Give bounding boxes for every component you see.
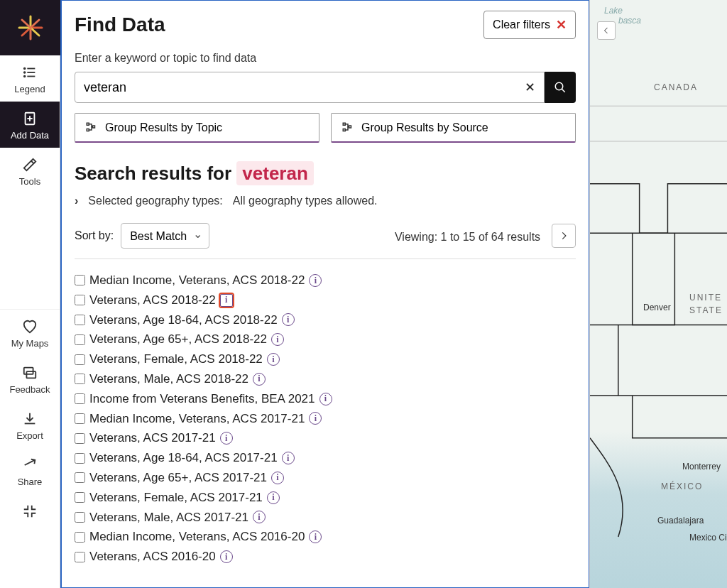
info-icon[interactable]: i: [309, 412, 322, 425]
search-intro: Enter a keyword or topic to find data: [75, 52, 576, 65]
svg-point-12: [24, 72, 26, 73]
geography-row[interactable]: › Selected geography types: All geograph…: [75, 195, 576, 207]
clear-search-icon[interactable]: ✕: [525, 80, 535, 95]
map-city-guadalajara: Guadalajara: [657, 516, 704, 526]
results-term: veteran: [236, 161, 314, 185]
info-icon[interactable]: i: [271, 472, 284, 484]
result-checkbox[interactable]: [75, 453, 85, 464]
result-label[interactable]: Veterans, ACS 2017-21: [89, 430, 216, 447]
sidebar-item-label: Export: [16, 430, 43, 441]
info-icon[interactable]: i: [220, 550, 233, 563]
result-checkbox[interactable]: [75, 433, 85, 444]
map-label-canada: CANADA: [654, 82, 698, 92]
search-icon: [554, 81, 567, 94]
group-by-topic-button[interactable]: Group Results by Topic: [75, 113, 319, 143]
collapse-panel-button[interactable]: [597, 21, 616, 40]
sidebar-item-share[interactable]: Share: [0, 448, 60, 494]
ruler-pencil-icon: [21, 156, 38, 173]
sidebar-item-feedback[interactable]: Feedback: [0, 356, 60, 402]
info-icon[interactable]: i: [282, 452, 295, 464]
search-input[interactable]: [84, 80, 525, 95]
next-page-button[interactable]: [552, 224, 576, 248]
sidebar-item-my-maps[interactable]: My Maps: [0, 310, 60, 356]
result-label[interactable]: Veterans, Age 18-64, ACS 2017-21: [89, 450, 278, 467]
result-checkbox[interactable]: [75, 393, 85, 404]
result-label[interactable]: Median Income, Veterans, ACS 2018-22: [89, 272, 305, 289]
result-label[interactable]: Veterans, Male, ACS 2017-21: [89, 509, 248, 526]
map-label-lake: Lake: [604, 6, 623, 16]
result-item: Median Income, Veterans, ACS 2018-22i: [75, 272, 576, 289]
heart-icon: [21, 318, 38, 335]
result-item: Veterans, ACS 2016-20i: [75, 548, 576, 565]
svg-point-19: [555, 82, 563, 90]
clear-filters-button[interactable]: Clear filters ✕: [483, 11, 576, 39]
result-checkbox[interactable]: [75, 334, 85, 345]
info-icon[interactable]: i: [282, 313, 295, 326]
svg-rect-23: [93, 126, 95, 128]
result-checkbox[interactable]: [75, 374, 85, 384]
result-label[interactable]: Veterans, Female, ACS 2017-21: [89, 489, 263, 506]
info-icon[interactable]: i: [319, 393, 332, 405]
group-by-source-label: Group Results by Source: [361, 121, 488, 134]
result-checkbox[interactable]: [75, 295, 85, 305]
sidebar-item-add-data[interactable]: Add Data: [0, 102, 60, 148]
sidebar-item-export[interactable]: Export: [0, 402, 60, 448]
map-label-state: STATE: [689, 305, 723, 315]
info-icon[interactable]: i: [309, 530, 322, 543]
viewing-text: Viewing: 1 to 15 of 64 results: [395, 231, 540, 243]
result-item: Veterans, Female, ACS 2017-21i: [75, 489, 576, 506]
info-icon[interactable]: i: [271, 333, 284, 346]
sidebar-item-tools[interactable]: Tools: [0, 148, 60, 194]
info-icon[interactable]: i: [267, 491, 280, 504]
group-by-source-button[interactable]: Group Results by Source: [331, 113, 576, 143]
info-icon[interactable]: i: [220, 294, 233, 307]
search-button[interactable]: [545, 72, 576, 103]
info-icon[interactable]: i: [267, 353, 280, 366]
map-area[interactable]: Lake basca CANADA UNITE STATE Denver MÉX…: [589, 0, 727, 588]
sidebar-item-legend[interactable]: Legend: [0, 55, 60, 102]
result-label[interactable]: Veterans, Male, ACS 2018-22: [89, 371, 248, 388]
result-label[interactable]: Median Income, Veterans, ACS 2016-20: [89, 528, 305, 545]
result-item: Veterans, ACS 2017-21i: [75, 430, 576, 447]
result-checkbox[interactable]: [75, 512, 85, 523]
svg-rect-26: [349, 126, 351, 128]
svg-point-11: [24, 68, 26, 70]
result-label[interactable]: Veterans, ACS 2018-22: [89, 292, 216, 309]
sort-select[interactable]: Best Match: [121, 223, 209, 249]
result-checkbox[interactable]: [75, 315, 85, 325]
info-icon[interactable]: i: [309, 274, 322, 287]
result-item: Veterans, Age 65+, ACS 2018-22i: [75, 331, 576, 348]
result-label[interactable]: Veterans, Age 18-64, ACS 2018-22: [89, 312, 278, 329]
result-item: Veterans, Male, ACS 2017-21i: [75, 509, 576, 526]
info-icon[interactable]: i: [253, 373, 266, 386]
group-by-topic-label: Group Results by Topic: [105, 121, 222, 134]
sidebar-item-collapse[interactable]: [0, 494, 60, 527]
result-label[interactable]: Veterans, Age 65+, ACS 2017-21: [89, 469, 267, 486]
results-heading: Search results for veteran: [75, 163, 576, 185]
result-checkbox[interactable]: [75, 354, 85, 365]
info-icon[interactable]: i: [220, 432, 233, 445]
add-file-icon: [21, 110, 38, 127]
result-checkbox[interactable]: [75, 413, 85, 424]
close-icon: ✕: [556, 17, 567, 33]
result-label[interactable]: Income from Veterans Benefits, BEA 2021: [89, 391, 315, 408]
sidebar-item-label: Add Data: [11, 130, 49, 141]
result-label[interactable]: Median Income, Veterans, ACS 2017-21: [89, 410, 305, 428]
result-checkbox[interactable]: [75, 492, 85, 503]
download-icon: [21, 410, 38, 428]
result-label[interactable]: Veterans, ACS 2016-20: [89, 548, 216, 565]
info-icon[interactable]: i: [253, 511, 266, 523]
result-label[interactable]: Veterans, Age 65+, ACS 2018-22: [89, 331, 267, 348]
svg-line-7: [22, 20, 31, 28]
result-item: Veterans, Age 65+, ACS 2017-21i: [75, 469, 576, 486]
result-label[interactable]: Veterans, Female, ACS 2018-22: [89, 351, 263, 368]
result-checkbox[interactable]: [75, 275, 85, 285]
result-item: Veterans, Female, ACS 2018-22i: [75, 351, 576, 368]
result-checkbox[interactable]: [75, 552, 85, 562]
result-item: Veterans, Age 18-64, ACS 2017-21i: [75, 450, 576, 467]
result-checkbox[interactable]: [75, 532, 85, 543]
result-checkbox[interactable]: [75, 472, 85, 483]
search-box: ✕: [75, 72, 545, 103]
svg-line-3: [31, 28, 39, 36]
tree-icon: [341, 121, 354, 134]
